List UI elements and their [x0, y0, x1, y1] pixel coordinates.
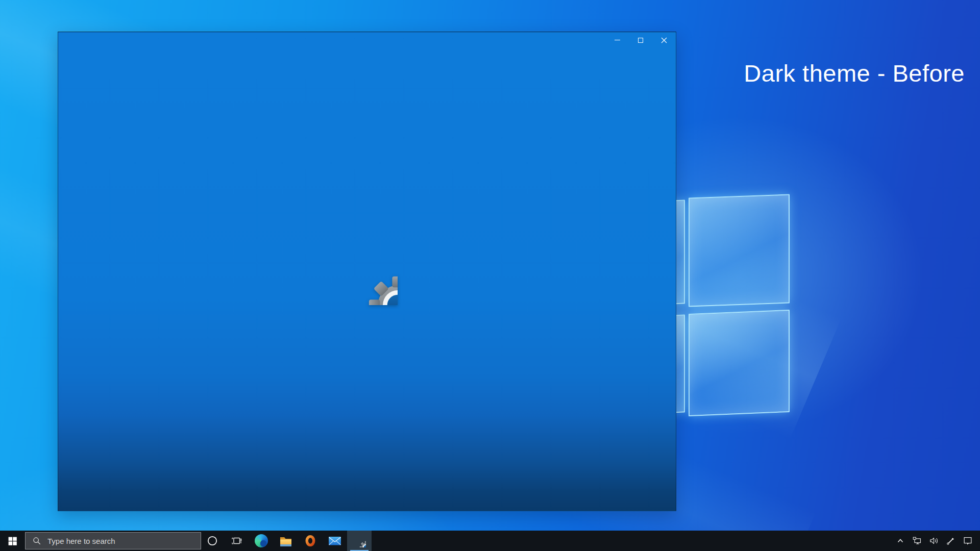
desktop: Dark theme - Before — [0, 0, 980, 551]
volume-icon — [928, 535, 940, 546]
office-icon — [304, 534, 317, 547]
chevron-up-icon — [896, 536, 905, 545]
search-placeholder: Type here to search — [47, 537, 115, 545]
taskbar-item-task-view[interactable] — [225, 531, 249, 551]
action-center-button[interactable] — [961, 531, 975, 551]
search-icon — [32, 536, 41, 545]
maximize-icon — [638, 38, 643, 43]
windows-start-icon — [8, 536, 17, 546]
close-icon — [661, 37, 667, 43]
taskbar-item-file-explorer[interactable] — [274, 531, 298, 551]
search-input[interactable]: Type here to search — [25, 532, 201, 549]
taskbar-item-office[interactable] — [298, 531, 323, 551]
network-button[interactable] — [910, 531, 924, 551]
taskbar-item-edge[interactable] — [249, 531, 274, 551]
window-controls — [605, 32, 676, 48]
start-button[interactable] — [0, 531, 24, 551]
system-tray — [893, 531, 980, 551]
taskbar-item-settings[interactable] — [347, 531, 372, 551]
show-hidden-icons-button[interactable] — [893, 531, 908, 551]
settings-gear-icon — [336, 244, 398, 305]
windows-logo-pane — [689, 194, 790, 307]
settings-gear-icon — [353, 534, 366, 547]
mail-icon — [328, 536, 341, 546]
minimize-icon — [615, 40, 620, 40]
file-explorer-icon — [279, 535, 292, 547]
volume-button[interactable] — [927, 531, 941, 551]
taskbar-item-cortana[interactable] — [200, 531, 225, 551]
close-button[interactable] — [652, 32, 676, 48]
cortana-icon — [206, 535, 218, 547]
minimize-button[interactable] — [605, 32, 629, 48]
taskbar: Type here to search — [0, 531, 980, 551]
windows-logo-pane — [689, 310, 790, 416]
windows-ink-button[interactable] — [944, 531, 958, 551]
window-titlebar[interactable] — [58, 32, 676, 48]
taskbar-item-mail[interactable] — [323, 531, 347, 551]
caption-text: Dark theme - Before — [744, 59, 965, 87]
pen-icon — [945, 535, 957, 546]
action-center-icon — [962, 535, 973, 546]
taskbar-apps — [200, 531, 372, 551]
task-view-icon — [231, 535, 243, 547]
edge-icon — [255, 534, 268, 547]
maximize-button[interactable] — [629, 32, 652, 48]
settings-window — [58, 32, 676, 511]
network-icon — [912, 535, 923, 546]
